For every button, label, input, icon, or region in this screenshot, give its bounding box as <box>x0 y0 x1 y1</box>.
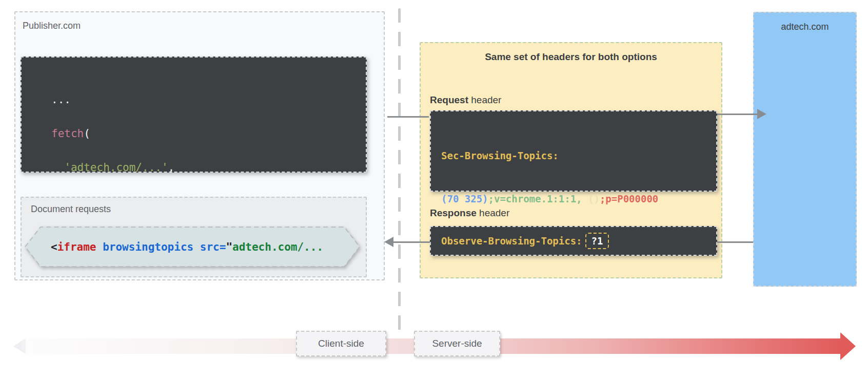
response-connector-right <box>717 241 753 243</box>
topics-api-headers-diagram: Publisher.com ... fetch( 'adtech.com/...… <box>0 0 868 377</box>
request-connector-right <box>717 114 757 115</box>
fetch-code-block: ... fetch( 'adtech.com/...', {browsingTo… <box>21 56 367 173</box>
adtech-panel <box>753 12 857 287</box>
request-header-label: Request header <box>430 95 501 106</box>
request-connector-left <box>387 116 429 118</box>
request-header-value: (70 325);v=chrome.1:1:1, ();p=P000000 <box>441 193 716 205</box>
iframe-code-snippet: <iframe browsingtopics src="adtech.com/.… <box>24 226 361 268</box>
response-header-label: Response header <box>430 208 509 219</box>
request-header-box: Sec-Browsing-Topics: (70 325);v=chrome.1… <box>430 110 717 192</box>
request-arrowhead-icon <box>757 109 766 119</box>
adtech-title: adtech.com <box>753 22 857 32</box>
client-server-divider <box>398 8 401 334</box>
response-header-value-chip: ?1 <box>585 233 609 249</box>
code-line: fetch( <box>51 126 366 141</box>
response-header-box: Observe-Browsing-Topics: ?1 <box>430 226 717 256</box>
client-side-chip: Client-side <box>296 331 386 356</box>
document-requests-label: Document requests <box>31 204 111 215</box>
code-line: ... <box>51 92 366 107</box>
headers-panel-title: Same set of headers for both options <box>420 51 722 63</box>
response-header-name: Observe-Browsing-Topics: <box>441 235 582 247</box>
code-line: 'adtech.com/...', <box>51 160 366 175</box>
response-connector-left <box>392 241 430 243</box>
response-arrowhead-icon <box>384 237 393 247</box>
publisher-title: Publisher.com <box>23 21 81 31</box>
request-header-name: Sec-Browsing-Topics: <box>441 149 716 162</box>
server-side-label: Server-side <box>432 338 482 349</box>
client-side-label: Client-side <box>318 338 364 349</box>
timeline-right-arrowhead-icon <box>840 332 856 360</box>
server-side-chip: Server-side <box>414 331 500 356</box>
